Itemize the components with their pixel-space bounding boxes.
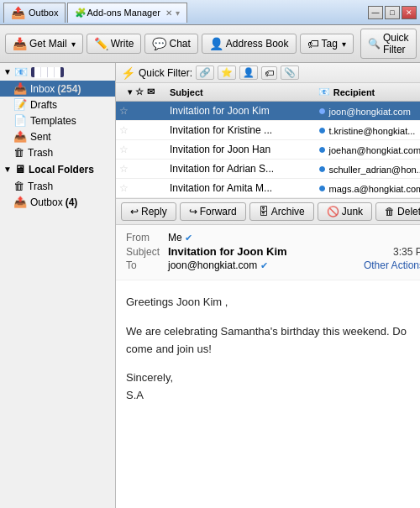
addons-tab-icon: 🧩 (75, 8, 87, 18)
minimize-button[interactable]: — (368, 6, 383, 19)
addons-menu-icon[interactable]: ▾ (176, 8, 180, 18)
account-label: ████ (31, 67, 64, 77)
archive-button[interactable]: 🗄 Archive (249, 202, 314, 221)
body-signature: S.A (126, 387, 420, 405)
reply-label: Reply (141, 206, 167, 217)
trash-icon: 🗑 (13, 146, 24, 159)
row2-star-icon[interactable]: ☆ (119, 124, 129, 136)
email-row[interactable]: ☆ Invitation for Joon Kim ● joon@hongkia… (116, 102, 420, 121)
chat-button[interactable]: 💬 Chat (144, 34, 197, 54)
sidebar-item-outbox[interactable]: 📤 Outbox (4) (0, 194, 115, 210)
junk-button[interactable]: 🚫 Junk (318, 202, 372, 221)
sidebar-local-folders-header[interactable]: ▼ 🖥 Local Folders (0, 160, 115, 178)
maximize-button[interactable]: □ (385, 6, 400, 19)
subject-row: Subject Invitation for Joon Kim 3:35 PM (126, 245, 420, 258)
row3-recipient: ● joehan@hongkiat.com (315, 143, 420, 156)
filter-contact-btn[interactable]: 👤 (239, 65, 258, 80)
to-verified-icon: ✔ (260, 260, 268, 270)
tag-label: Tag (322, 38, 338, 50)
delete-button[interactable]: 🗑 Delete (375, 202, 420, 221)
title-bar: 📤 Outbox 🧩 Add-ons Manager ✕ ▾ — □ ✕ (0, 0, 420, 25)
email-row[interactable]: ☆ Invitation for Adrian S... ● schuller_… (116, 160, 420, 179)
row2-dot: ● (318, 123, 327, 137)
email-list-header: ▾ ☆ ✉ Subject 📧 Recipient ⊞ (116, 83, 420, 102)
reply-button[interactable]: ↩ Reply (121, 202, 176, 221)
forward-label: Forward (200, 206, 237, 217)
archive-icon: 🗄 (259, 206, 269, 217)
archive-label: Archive (271, 206, 305, 217)
close-button[interactable]: ✕ (402, 6, 417, 19)
filter-star-btn[interactable]: ⭐ (218, 65, 236, 80)
email-subject-value: Invitation for Joon Kim (168, 245, 393, 258)
from-name: Me (168, 232, 182, 244)
header-icons-col: ▾ ☆ ✉ (116, 86, 166, 97)
row4-recipient: ● schuller_adrian@hon... (315, 162, 420, 175)
row5-subject: Invitation for Amita M... (166, 182, 315, 194)
sidebar-item-templates[interactable]: 📄 Templates (0, 113, 115, 128)
to-label: To (126, 259, 168, 271)
quick-filter-button[interactable]: 🔍 Quick Filter (360, 29, 417, 59)
tab-outbox[interactable]: 📤 Outbox (3, 3, 66, 23)
addons-close-icon[interactable]: ✕ (165, 8, 172, 18)
trash-label: Trash (28, 147, 53, 159)
row4-star-icon[interactable]: ☆ (119, 163, 129, 175)
get-mail-icon: 📥 (13, 37, 27, 50)
row5-star-icon[interactable]: ☆ (119, 182, 129, 194)
body-closing: Sincerely, (126, 369, 420, 387)
tab-addons[interactable]: 🧩 Add-ons Manager ✕ ▾ (67, 3, 186, 23)
row1-icons: ☆ (116, 105, 166, 117)
filter-link-btn[interactable]: 🔗 (196, 65, 214, 80)
local-trash-icon: 🗑 (13, 180, 24, 192)
tag-button[interactable]: 🏷 Tag (300, 34, 354, 54)
to-row: To joon@hongkiat.com ✔ Other Actions (126, 259, 420, 271)
recipient-col-label: Recipient (333, 87, 375, 97)
email-row[interactable]: ☆ Invitation for Amita M... ● mags.a@hon… (116, 179, 420, 198)
sent-icon: 📤 (13, 130, 27, 143)
email-time: 3:35 PM (393, 246, 420, 258)
filter-attach-btn[interactable]: 📎 (281, 65, 299, 80)
row1-star-icon[interactable]: ☆ (119, 105, 129, 117)
filter-funnel-icon[interactable]: ⚡ (121, 66, 135, 80)
chat-icon: 💬 (152, 37, 166, 50)
email-body: Greetings Joon Kim , We are celebrating … (116, 280, 420, 418)
header-read-col: ✉ (147, 86, 155, 97)
row2-recipient: ● t.kristine@hongkiat... (315, 123, 420, 137)
forward-icon: ↪ (189, 206, 197, 217)
body-greeting: Greetings Joon Kim , (126, 294, 420, 312)
filter-tag-btn[interactable]: 🏷 (261, 66, 277, 80)
subject-col-label: Subject (170, 87, 203, 97)
row1-subject: Invitation for Joon Kim (166, 105, 315, 117)
header-sort-icon[interactable]: ▾ (128, 87, 132, 97)
sidebar-item-trash[interactable]: 🗑 Trash (0, 144, 115, 160)
outbox-label: Outbox (30, 196, 63, 208)
row3-star-icon[interactable]: ☆ (119, 144, 129, 155)
row5-icons: ☆ (116, 182, 166, 194)
templates-icon: 📄 (13, 114, 27, 127)
sidebar-item-local-trash[interactable]: 🗑 Trash (0, 178, 115, 194)
write-button[interactable]: ✏️ Write (87, 34, 142, 54)
sidebar-item-inbox[interactable]: 📥 Inbox (254) (0, 81, 115, 97)
address-book-button[interactable]: 👤 Address Book (202, 34, 297, 54)
forward-button[interactable]: ↪ Forward (180, 202, 246, 221)
sidebar-account-header[interactable]: ▼ 📧 ████ (0, 63, 115, 81)
sidebar-item-sent[interactable]: 📤 Sent (0, 128, 115, 144)
row5-recipient: ● mags.a@hongkiat.com (315, 181, 420, 195)
inbox-icon: 📥 (13, 82, 27, 95)
sidebar-item-drafts[interactable]: 📝 Drafts (0, 97, 115, 113)
email-row[interactable]: ☆ Invitation for Joon Han ● joehan@hongk… (116, 140, 420, 160)
get-mail-button[interactable]: 📥 Get Mail (5, 34, 83, 54)
row1-recipient: ● joon@hongkiat.com (315, 104, 420, 118)
delete-label: Delete (397, 206, 420, 217)
other-actions-button[interactable]: Other Actions (364, 259, 420, 271)
row2-icons: ☆ (116, 124, 166, 136)
outbox-sidebar-icon: 📤 (13, 196, 27, 208)
recipient-icon: 📧 (318, 86, 330, 97)
junk-icon: 🚫 (327, 206, 339, 217)
header-subject[interactable]: Subject (166, 86, 315, 99)
inbox-label: Inbox (30, 83, 55, 95)
email-row[interactable]: ☆ Invitation for Kristine ... ● t.kristi… (116, 121, 420, 140)
chat-label: Chat (169, 38, 190, 50)
outbox-tab-icon: 📤 (11, 6, 25, 19)
quick-filter-bar: ⚡ Quick Filter: 🔗 ⭐ 👤 🏷 📎 (116, 63, 420, 83)
header-recipient[interactable]: 📧 Recipient ⊞ (315, 85, 420, 99)
